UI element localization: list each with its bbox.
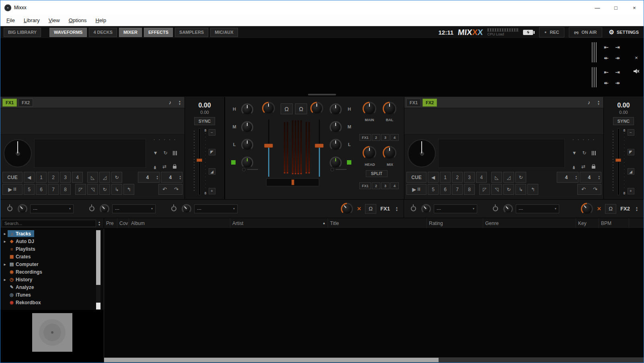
minimize-button[interactable]: — bbox=[588, 0, 607, 15]
clear-icon[interactable]: × bbox=[635, 55, 638, 61]
effect-power-button[interactable] bbox=[4, 204, 15, 214]
column-header-cover[interactable]: Cov bbox=[117, 218, 129, 228]
deck1-cue-button[interactable]: CUE bbox=[2, 172, 23, 183]
main-fx1-assign[interactable]: FX1 bbox=[359, 134, 371, 141]
deck2-fx1-button[interactable]: FX1 bbox=[406, 99, 421, 107]
menu-view[interactable]: View bbox=[44, 17, 64, 23]
toggle-effects[interactable]: EFFECTS bbox=[144, 28, 173, 37]
splitter-handle[interactable] bbox=[308, 94, 336, 95]
settings-button[interactable]: ⚙SETTINGS bbox=[607, 28, 640, 36]
beats-later-button[interactable]: ⇥ bbox=[612, 67, 623, 77]
effect-power-button[interactable] bbox=[408, 204, 418, 214]
maximize-button[interactable]: □ bbox=[607, 0, 625, 15]
deck1-eq-mid-knob[interactable] bbox=[241, 121, 253, 133]
menu-help[interactable]: Help bbox=[91, 17, 111, 23]
deck1-fx2-button[interactable]: FX2 bbox=[18, 99, 33, 107]
deck2-hotcue-2[interactable]: 2 bbox=[452, 172, 463, 183]
deck1-pan-control[interactable] bbox=[242, 167, 258, 172]
headphone-gain-knob[interactable] bbox=[363, 146, 376, 160]
effect-selector[interactable]: ---▾ bbox=[30, 204, 74, 213]
deck2-hotcue-4[interactable]: 4 bbox=[476, 172, 487, 183]
column-header-preview[interactable]: Pre bbox=[104, 218, 117, 228]
deck1-spinny[interactable] bbox=[4, 139, 32, 167]
effect-meta-knob[interactable] bbox=[18, 204, 27, 214]
scrollbar-thumb[interactable] bbox=[104, 358, 439, 362]
beats-double-button[interactable]: ↠ bbox=[612, 78, 623, 88]
deck1-slip-out-button[interactable]: ◹ bbox=[87, 184, 98, 195]
quick-effect-indicator[interactable] bbox=[231, 160, 236, 165]
deck1-loop-double-button[interactable]: ↰ bbox=[123, 184, 134, 195]
close-button[interactable]: × bbox=[625, 0, 644, 15]
deck2-pfl-button[interactable]: Ω bbox=[295, 103, 307, 114]
unit1-headphone-button[interactable]: Ω bbox=[365, 204, 376, 214]
sidebar-item-analyze[interactable]: ✎Analyze bbox=[0, 283, 104, 291]
deck1-hotcue-4[interactable]: 4 bbox=[72, 172, 83, 183]
deck2-beatjump-size-spinbox[interactable]: 4▴▾ bbox=[580, 172, 601, 183]
effect-meta-knob[interactable] bbox=[100, 204, 109, 214]
repeat-icon[interactable]: ⇄ bbox=[162, 164, 166, 169]
deck1-volume-fader[interactable] bbox=[263, 120, 274, 177]
pitch-slider-handle[interactable] bbox=[197, 159, 202, 162]
deck2-loop-toggle-button[interactable]: ↻ bbox=[503, 184, 514, 195]
main-fx3-assign[interactable]: 3 bbox=[381, 134, 390, 141]
record-button[interactable]: ●REC bbox=[539, 27, 564, 37]
deck2-loop-halve-button[interactable]: ↳ bbox=[515, 184, 526, 195]
search-input[interactable]: Search... bbox=[2, 220, 96, 227]
waveform-display[interactable]: ⇤ ⇥ ↞ ↠ ⇤ ⇥ ↞ ↠ × bbox=[0, 39, 644, 97]
expander-icon[interactable]: ▸ bbox=[2, 232, 8, 236]
deck1-beatjump-size-spinbox[interactable]: 4▴▾ bbox=[161, 172, 183, 183]
deck1-loop-halve-button[interactable]: ↳ bbox=[111, 184, 122, 195]
deck2-eq-low-knob[interactable] bbox=[330, 139, 342, 151]
deck2-slip-out-button[interactable]: ◹ bbox=[491, 184, 502, 195]
toggle-4decks[interactable]: 4 DECKS bbox=[89, 28, 117, 37]
scrollbar-thumb[interactable] bbox=[96, 230, 100, 285]
deck2-jump-back-button[interactable]: ↶ bbox=[578, 184, 589, 194]
deck1-hotcue-3[interactable]: 3 bbox=[60, 172, 71, 183]
deck2-hotcue-5[interactable]: 5 bbox=[428, 184, 439, 195]
beats-earlier-button[interactable]: ⇤ bbox=[601, 67, 611, 77]
unit2-mix-mode-button[interactable]: × bbox=[597, 205, 601, 213]
main-volume-knob[interactable] bbox=[363, 102, 376, 116]
deck2-fx2-button[interactable]: FX2 bbox=[422, 99, 437, 107]
deck1-pitch-slider[interactable] bbox=[197, 128, 202, 195]
sidebar-item-autodj[interactable]: ▸ ◈Auto DJ bbox=[0, 237, 104, 245]
big-library-toggle[interactable]: BIG LIBRARY bbox=[4, 28, 41, 37]
column-header-key[interactable]: Key bbox=[576, 218, 599, 228]
unit1-mix-mode-button[interactable]: × bbox=[357, 205, 361, 213]
column-header-rating[interactable]: Rating bbox=[427, 218, 483, 228]
beats-halve-button[interactable]: ↞ bbox=[601, 78, 611, 88]
deck2-slip-in-button[interactable]: ◸ bbox=[479, 184, 490, 195]
effect-power-button[interactable] bbox=[86, 204, 97, 214]
sidebar-item-recordings[interactable]: ◉Recordings bbox=[0, 268, 104, 276]
crossfader-handle[interactable] bbox=[291, 179, 294, 185]
effect-power-button[interactable] bbox=[490, 204, 500, 214]
deck2-loop-out-button[interactable]: ◿ bbox=[503, 172, 514, 183]
toggle-micaux[interactable]: MIC/AUX bbox=[210, 28, 238, 37]
deck1-play-button[interactable]: ▶II bbox=[2, 184, 23, 195]
sidebar-scrollbar[interactable] bbox=[96, 230, 100, 309]
column-header-album[interactable]: Album bbox=[129, 218, 230, 228]
repeat-icon[interactable]: ⇄ bbox=[581, 164, 585, 169]
beatgrid-icon[interactable] bbox=[592, 151, 596, 155]
deck2-reloop-button[interactable]: ↻ bbox=[515, 172, 526, 183]
deck2-jump-forward-button[interactable]: ↷ bbox=[589, 184, 601, 194]
deck2-hotcue-6[interactable]: 6 bbox=[440, 184, 451, 195]
unit1-spinner[interactable]: ▴▾ bbox=[394, 206, 400, 212]
sidebar-item-history[interactable]: ▸ ◷History bbox=[0, 276, 104, 283]
deck1-loop-in-button[interactable]: ◺ bbox=[87, 172, 98, 183]
crossfader[interactable] bbox=[266, 178, 319, 186]
nudge-up-button[interactable]: ◤ bbox=[628, 149, 634, 155]
effect-meta-knob[interactable] bbox=[182, 204, 191, 214]
deck1-hotcue-5[interactable]: 5 bbox=[24, 184, 35, 195]
deck1-hotcue-1[interactable]: 1 bbox=[36, 172, 47, 183]
deck2-spinny[interactable] bbox=[408, 139, 436, 167]
deck2-sync-button[interactable]: SYNC bbox=[613, 117, 634, 125]
deck1-eq-low-knob[interactable] bbox=[241, 139, 253, 151]
menu-library[interactable]: Library bbox=[19, 17, 44, 23]
unit1-super-knob[interactable] bbox=[341, 203, 353, 215]
expander-icon[interactable]: ▸ bbox=[2, 239, 8, 243]
unit2-super-knob[interactable] bbox=[581, 203, 593, 215]
deck2-key-button[interactable]: ♪ bbox=[584, 99, 594, 107]
deck1-gain-knob[interactable] bbox=[262, 102, 275, 115]
main-fx4-assign[interactable]: 4 bbox=[390, 134, 399, 141]
